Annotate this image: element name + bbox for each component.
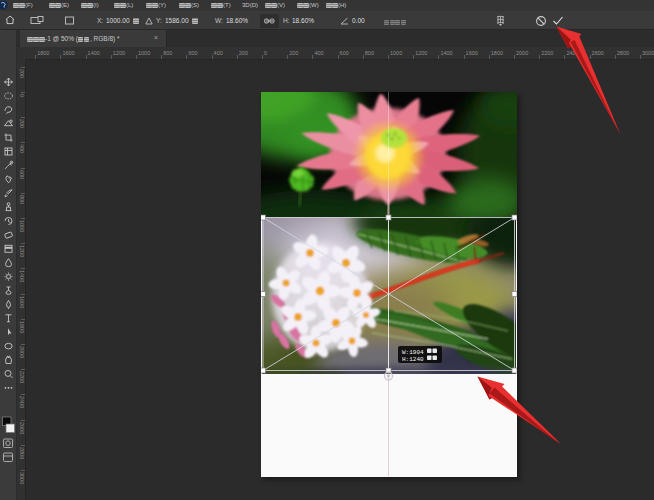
svg-text:W:1904: W:1904	[402, 349, 424, 356]
svg-text:H:1240: H:1240	[402, 356, 424, 363]
